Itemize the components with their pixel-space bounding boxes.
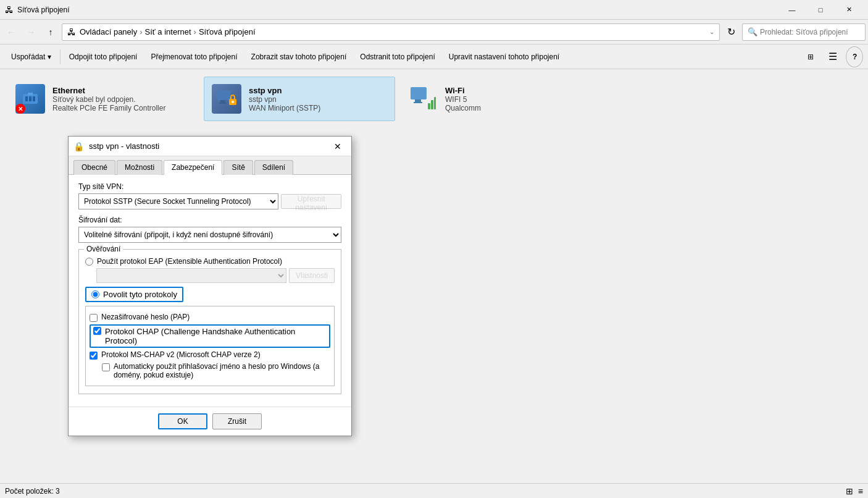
error-badge: ✕: [15, 104, 25, 114]
rename-label: Přejmenovat toto připojení: [151, 53, 237, 61]
toolbar: Uspořádat ▾ Odpojit toto připojení Přejm…: [0, 44, 868, 69]
disconnect-button[interactable]: Odpojit toto připojení: [63, 46, 144, 67]
chap-wrapper: Protokol CHAP (Challenge Handshake Authe…: [90, 324, 330, 348]
dialog-close-button[interactable]: ✕: [329, 139, 346, 154]
svg-rect-12: [414, 102, 422, 103]
eap-dropdown-row: Vlastnosti: [96, 268, 335, 283]
eap-radio-row: Použít protokol EAP (Extensible Authenti…: [85, 257, 335, 266]
svg-rect-3: [33, 96, 35, 101]
close-button[interactable]: ✕: [835, 0, 863, 20]
help-button[interactable]: ?: [846, 46, 863, 67]
organize-button[interactable]: Uspořádat ▾: [5, 46, 57, 67]
view-status-button[interactable]: Zobrazit stav tohoto připojení: [245, 46, 353, 67]
search-box[interactable]: 🔍: [742, 23, 866, 41]
tab-obecne[interactable]: Obecné: [73, 160, 115, 175]
tab-moznosti[interactable]: Možnosti: [117, 160, 162, 175]
encryption-group: Šifrování dat: Volitelné šifrování (přip…: [78, 216, 341, 243]
search-input[interactable]: [760, 28, 860, 36]
up-button[interactable]: ↑: [42, 23, 59, 41]
ethernet-info: Ethernet Síťový kabel byl odpojen. Realt…: [52, 86, 165, 112]
refine-button[interactable]: Upřesnit nastavení: [281, 194, 341, 209]
wifi-sub1: WIFI 5: [445, 95, 481, 104]
vpn-type-label: Typ sítě VPN:: [78, 182, 341, 191]
path-sep-2: ›: [194, 27, 196, 36]
svg-rect-6: [220, 100, 225, 103]
pap-checkbox[interactable]: [90, 314, 98, 322]
protocols-radio-highlight: Povolit tyto protokoly: [85, 287, 183, 302]
window-title: Síťová připojení: [17, 6, 778, 14]
sstp-vpn-connection[interactable]: sstp vpn sstp vpn WAN Miniport (SSTP): [204, 77, 395, 121]
tab-sdileni[interactable]: Sdílení: [254, 160, 293, 175]
svg-rect-7: [219, 103, 227, 104]
status-view-list[interactable]: ≡: [858, 486, 863, 496]
chap-label: Protokol CHAP (Challenge Handshake Authe…: [105, 327, 327, 345]
eap-radio[interactable]: [85, 258, 93, 266]
cancel-button[interactable]: Zrušit: [212, 413, 262, 429]
vpn-type-group: Typ sítě VPN: Protokol SSTP (Secure Sock…: [78, 182, 341, 209]
ethernet-connection[interactable]: ✕ Ethernet Síťový kabel byl odpojen. Rea…: [7, 77, 199, 121]
address-path[interactable]: 🖧 Ovládací panely › Síť a internet › Síť…: [62, 23, 720, 41]
mschapv2-checkbox-row: Protokol MS-CHAP v2 (Microsoft CHAP verz…: [90, 350, 330, 360]
toolbar-right: ⊞ ☰ ?: [801, 46, 863, 67]
encryption-select[interactable]: Volitelné šifrování (připojit, i když ne…: [78, 227, 341, 243]
sstp-name: sstp vpn: [249, 86, 320, 95]
forward-button[interactable]: →: [22, 23, 40, 41]
path-segment-2[interactable]: Síť a internet: [145, 27, 191, 36]
svg-rect-5: [217, 90, 230, 100]
auth-section: Ověřování Použít protokol EAP (Extensibl…: [78, 249, 341, 394]
svg-rect-4: [28, 93, 33, 95]
disconnect-label: Odpojit toto připojení: [69, 53, 138, 61]
wifi-sub2: Qualcomm: [445, 104, 481, 112]
dialog-titlebar: 🔒 sstp vpn - vlastnosti ✕: [69, 137, 351, 156]
ethernet-sub2: Realtek PCIe FE Family Controller: [52, 104, 165, 112]
eap-select[interactable]: [96, 268, 286, 283]
status-count: Počet položek: [5, 487, 51, 496]
minimize-button[interactable]: —: [778, 0, 806, 20]
ok-button[interactable]: OK: [158, 413, 207, 429]
delete-button[interactable]: Odstranit toto připojení: [354, 46, 441, 67]
sstp-properties-dialog: 🔒 sstp vpn - vlastnosti ✕ Obecné Možnost…: [68, 136, 352, 436]
chap-checkbox[interactable]: [93, 327, 101, 335]
svg-rect-14: [431, 100, 433, 109]
path-segment-1[interactable]: Ovládací panely: [80, 27, 137, 36]
chap-highlight: Protokol CHAP (Challenge Handshake Authe…: [90, 324, 330, 348]
ethernet-icon: ✕: [15, 84, 45, 114]
autologon-checkbox[interactable]: [102, 363, 110, 371]
wifi-info: Wi-Fi WIFI 5 Qualcomm: [445, 86, 481, 112]
address-bar: ← → ↑ 🖧 Ovládací panely › Síť a internet…: [0, 20, 868, 44]
view-icon-button[interactable]: ⊞: [801, 46, 820, 67]
protocols-radio[interactable]: [91, 290, 99, 298]
autologon-label: Automaticky použít přihlašovací jméno a …: [114, 362, 330, 379]
properties-eap-button[interactable]: Vlastnosti: [289, 268, 335, 283]
svg-rect-11: [415, 99, 421, 102]
properties-button[interactable]: Upravit nastavení tohoto připojení: [443, 46, 565, 67]
maximize-button[interactable]: □: [806, 0, 835, 20]
autologon-checkbox-row: Automaticky použít přihlašovací jméno a …: [90, 362, 330, 379]
vpn-type-select[interactable]: Protokol SSTP (Secure Socket Tunneling P…: [78, 193, 278, 209]
path-sep-1: ›: [140, 27, 142, 36]
pap-checkbox-row: Nezašifrované heslo (PAP): [90, 313, 330, 322]
ethernet-name: Ethernet: [52, 86, 165, 95]
status-view-icon[interactable]: ⊞: [846, 486, 853, 496]
rename-button[interactable]: Přejmenovat toto připojení: [144, 46, 243, 67]
path-dropdown-icon[interactable]: ⌄: [709, 28, 714, 35]
sstp-sub2: WAN Miniport (SSTP): [249, 104, 320, 112]
mschapv2-checkbox[interactable]: [90, 352, 98, 360]
path-segment-3[interactable]: Síťová připojení: [199, 27, 256, 36]
sstp-info: sstp vpn sstp vpn WAN Miniport (SSTP): [249, 86, 320, 112]
view-list-button[interactable]: ☰: [822, 46, 843, 67]
eap-radio-label: Použít protokol EAP (Extensible Authenti…: [97, 257, 282, 266]
organize-label: Uspořádat ▾: [11, 53, 51, 61]
properties-label: Upravit nastavení tohoto připojení: [449, 53, 559, 61]
window-icon: 🖧: [5, 5, 14, 15]
tab-site[interactable]: Sítě: [223, 160, 252, 175]
protocol-list: Nezašifrované heslo (PAP) Protokol CHAP …: [85, 306, 335, 386]
dialog-title: sstp vpn - vlastnosti: [89, 141, 329, 151]
svg-rect-15: [434, 97, 436, 109]
back-button[interactable]: ←: [2, 23, 20, 41]
tab-zabezpeceni[interactable]: Zabezpečení: [164, 160, 222, 175]
sstp-sub1: sstp vpn: [249, 95, 320, 104]
svg-rect-10: [411, 87, 427, 99]
refresh-button[interactable]: ↻: [722, 23, 740, 41]
wifi-connection[interactable]: Wi-Fi WIFI 5 Qualcomm: [400, 77, 591, 121]
